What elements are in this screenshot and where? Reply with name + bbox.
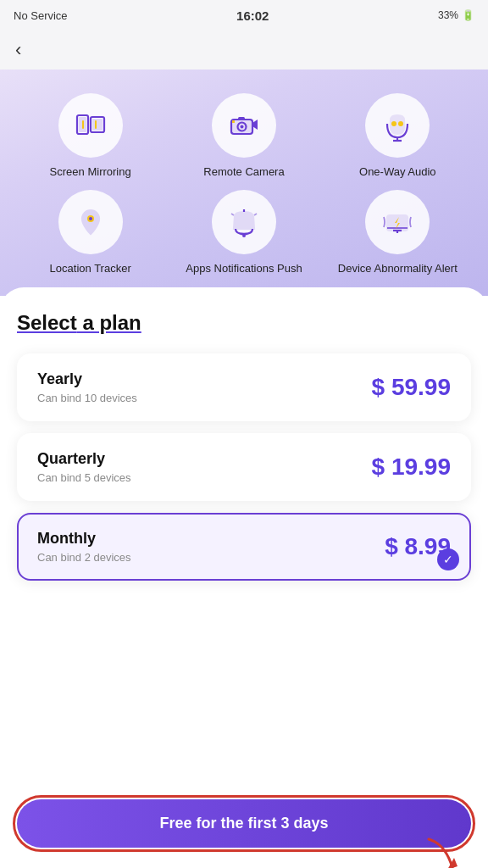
plan-yearly-sub: Can bind 10 devices (37, 392, 137, 404)
screen-mirroring-icon-circle (58, 93, 123, 158)
remote-camera-icon (227, 108, 261, 142)
plan-monthly-name: Monthly (37, 530, 131, 548)
features-grid: Screen Mirroring Remote Camera (17, 93, 471, 275)
remote-camera-label: Remote Camera (203, 164, 284, 180)
plan-card-yearly[interactable]: Yearly Can bind 10 devices $ 59.99 (17, 353, 471, 421)
back-row: ‹ (0, 31, 488, 70)
battery-icon: 🔋 (462, 9, 474, 21)
back-button[interactable]: ‹ (15, 39, 21, 61)
apps-notifications-label: Apps Notifications Push (186, 261, 302, 276)
svg-line-22 (254, 214, 257, 215)
svg-line-21 (231, 214, 234, 215)
plan-card-monthly-left: Monthly Can bind 2 devices (37, 530, 131, 564)
one-way-audio-label: One-Way Audio (359, 164, 436, 180)
screen-mirroring-label: Screen Mirroring (50, 164, 131, 180)
svg-marker-27 (447, 858, 458, 868)
feature-remote-camera[interactable]: Remote Camera (170, 93, 317, 180)
svg-rect-3 (92, 119, 103, 131)
svg-rect-5 (95, 120, 97, 129)
svg-rect-4 (82, 120, 84, 129)
device-alert-label: Device Abnormality Alert (338, 261, 458, 276)
plan-quarterly-name: Quarterly (37, 450, 131, 468)
battery-label: 33% 🔋 (438, 9, 474, 21)
plan-card-yearly-left: Yearly Can bind 10 devices (37, 370, 137, 404)
svg-rect-11 (232, 120, 235, 123)
location-tracker-label: Location Tracker (50, 261, 131, 276)
svg-point-17 (89, 217, 92, 220)
feature-one-way-audio[interactable]: One-Way Audio (324, 93, 471, 180)
plan-title-underline: Select (17, 311, 77, 334)
svg-point-19 (242, 234, 246, 237)
feature-location-tracker[interactable]: Location Tracker (17, 190, 164, 276)
feature-apps-notifications[interactable]: Apps Notifications Push (170, 190, 317, 276)
plan-title: Select a plan (17, 311, 471, 335)
hero-section: Screen Mirroring Remote Camera (0, 70, 488, 296)
plan-card-quarterly[interactable]: Quarterly Can bind 5 devices $ 19.99 (17, 433, 471, 501)
location-tracker-icon-circle (58, 190, 123, 254)
screen-mirroring-icon (74, 108, 108, 142)
battery-percent: 33% (438, 9, 458, 21)
one-way-audio-icon-circle (365, 93, 430, 158)
time-label: 16:02 (236, 8, 269, 23)
plan-card-monthly[interactable]: Monthly Can bind 2 devices $ 8.99 ✓ (17, 513, 471, 581)
carrier-label: No Service (14, 9, 68, 22)
plan-quarterly-sub: Can bind 5 devices (37, 471, 131, 484)
bottom-bar: Free for the first 3 days (0, 787, 488, 868)
remote-camera-icon-circle (212, 93, 276, 158)
device-alert-icon-circle (365, 190, 430, 254)
plan-selected-checkmark: ✓ (437, 548, 459, 570)
plan-yearly-name: Yearly (37, 370, 137, 388)
cta-button[interactable]: Free for the first 3 days (17, 799, 471, 848)
plan-yearly-price: $ 59.99 (372, 374, 451, 401)
apps-notifications-icon-circle (212, 190, 276, 254)
svg-point-12 (391, 121, 396, 126)
feature-device-alert[interactable]: Device Abnormality Alert (324, 190, 471, 276)
svg-point-13 (398, 121, 403, 126)
one-way-audio-icon (380, 108, 414, 142)
apps-notifications-icon (227, 205, 261, 239)
plan-title-rest: a plan (77, 311, 141, 334)
feature-screen-mirroring[interactable]: Screen Mirroring (17, 93, 164, 180)
device-alert-icon (380, 205, 414, 239)
plan-monthly-sub: Can bind 2 devices (37, 551, 131, 564)
plan-section: Select a plan Yearly Can bind 10 devices… (0, 287, 488, 711)
location-tracker-icon (74, 205, 108, 239)
svg-rect-10 (238, 117, 245, 120)
svg-point-9 (240, 125, 243, 129)
plan-card-quarterly-left: Quarterly Can bind 5 devices (37, 450, 131, 484)
plan-quarterly-price: $ 19.99 (372, 453, 451, 481)
status-bar: No Service 16:02 33% 🔋 (0, 0, 488, 31)
